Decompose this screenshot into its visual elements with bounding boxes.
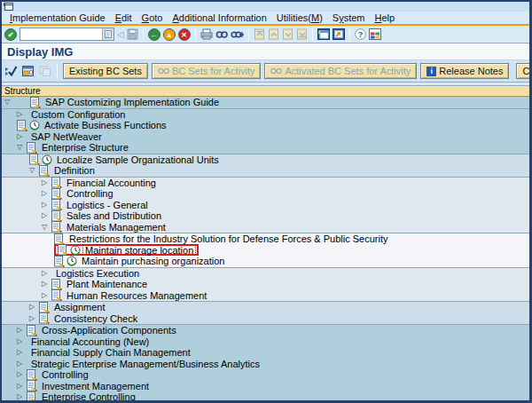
menu-item-implementation-guide[interactable]: Implementation Guide <box>7 12 113 23</box>
tree-row[interactable]: ▷Human Resources Management <box>2 290 529 303</box>
img-documentation-icon[interactable] <box>27 380 37 391</box>
tree-row[interactable]: ▽Materials Management <box>2 222 529 234</box>
tree-row[interactable]: ▷SAP NetWeaver <box>2 131 529 143</box>
tree-row[interactable]: ▷Controlling <box>2 188 529 200</box>
choose-icon[interactable] <box>4 65 18 77</box>
tree-row[interactable]: ▷Logistics Execution <box>2 268 529 280</box>
display-bc-sets-icon[interactable] <box>21 65 35 77</box>
tree-row-label[interactable]: Materials Management <box>65 222 168 233</box>
tree-row-label[interactable]: Enterprise Structure <box>40 142 130 153</box>
expand-arrow-icon[interactable]: ▷ <box>17 359 27 369</box>
tree-row-label[interactable]: Restrictions for the Industry Solution f… <box>67 233 390 244</box>
tree-row-label[interactable]: Investment Management <box>40 381 151 391</box>
tree-row-label[interactable]: Cross-Application Components <box>40 325 178 336</box>
expand-arrow-icon[interactable]: ▷ <box>17 336 27 347</box>
tree-row-label[interactable]: Financial Accounting (New) <box>29 336 151 347</box>
expand-arrow-icon[interactable]: ▷ <box>42 279 51 289</box>
menu-item-goto[interactable]: Goto <box>139 12 170 23</box>
img-documentation-icon[interactable] <box>29 154 40 165</box>
tree-row[interactable]: ▷Plant Maintenance <box>2 279 529 290</box>
img-documentation-icon[interactable] <box>51 210 62 222</box>
img-activity-clock-icon[interactable] <box>29 120 40 130</box>
menu-item-edit[interactable]: Edit <box>113 12 139 23</box>
tree-row-label[interactable]: Logistics Execution <box>54 268 141 279</box>
img-documentation-icon[interactable] <box>39 302 50 313</box>
img-documentation-icon[interactable] <box>58 244 68 256</box>
tree-row[interactable]: Maintain storage location <box>2 245 529 257</box>
tree-row[interactable]: Maintain purchasing organization <box>2 256 529 268</box>
img-documentation-icon[interactable] <box>17 120 27 131</box>
expand-arrow-icon[interactable]: ▷ <box>42 200 51 210</box>
tree-row[interactable]: Localize Sample Organizational Units <box>2 154 529 166</box>
tree-row-label[interactable]: Financial Supply Chain Management <box>29 347 192 358</box>
expand-arrow-icon[interactable]: ▷ <box>42 178 51 188</box>
img-documentation-icon[interactable] <box>39 312 50 324</box>
expand-arrow-icon[interactable]: ▷ <box>42 290 51 301</box>
img-activity-clock-icon[interactable] <box>70 245 81 256</box>
enter-button[interactable]: ✔ <box>4 28 17 41</box>
expand-arrow-icon[interactable]: ▷ <box>29 313 39 324</box>
print-icon[interactable] <box>200 28 213 40</box>
expand-arrow-icon[interactable]: ▷ <box>42 210 51 221</box>
customize-layout-icon[interactable] <box>369 28 381 40</box>
img-documentation-icon[interactable] <box>51 221 62 233</box>
menu-item-system[interactable]: System <box>330 12 372 23</box>
release-notes-button[interactable]: iRelease Notes <box>420 63 509 79</box>
tree-row[interactable]: ▷Controlling <box>2 369 529 381</box>
tree-row[interactable]: Restrictions for the Industry Solution f… <box>2 233 529 245</box>
collapse-arrow-icon[interactable]: ▽ <box>17 142 27 153</box>
tree-row-label[interactable]: Enterprise Controlling <box>40 391 137 400</box>
tree-row[interactable]: ▽SAP Customizing Implementation Guide <box>2 97 529 109</box>
tree-row[interactable]: ▷Consistency Check <box>2 313 529 326</box>
existing-bc-sets-button[interactable]: Existing BC Sets <box>63 63 148 79</box>
expand-arrow-icon[interactable]: ▷ <box>17 109 27 120</box>
tree-row-label[interactable]: Maintain storage location <box>83 245 195 256</box>
find-next-icon[interactable] <box>231 29 244 40</box>
tree-row-label[interactable]: Localize Sample Organizational Units <box>55 154 221 165</box>
expand-arrow-icon[interactable]: ▷ <box>17 391 27 400</box>
tree-row-label[interactable]: Controlling <box>40 369 90 380</box>
expand-arrow-icon[interactable]: ▷ <box>42 188 51 199</box>
tree-row-label[interactable]: Human Resources Management <box>65 290 208 301</box>
system-menu-icon[interactable] <box>4 3 13 11</box>
tree-row[interactable]: ▷Financial Supply Chain Management <box>2 347 529 359</box>
exit-button[interactable]: ▲ <box>163 28 176 41</box>
tree-row[interactable]: ▷Custom Configuration <box>2 109 529 121</box>
command-history-dropdown[interactable] <box>102 28 113 40</box>
tree-row[interactable]: ▷Investment Management <box>2 381 529 392</box>
img-documentation-icon[interactable] <box>27 369 37 381</box>
back-button[interactable]: ← <box>148 28 160 41</box>
expand-arrow-icon[interactable]: ▷ <box>17 347 27 358</box>
tree-row-label[interactable]: Activate Business Functions <box>43 120 168 130</box>
tree-row[interactable]: ▽Enterprise Structure <box>2 142 529 154</box>
command-field[interactable] <box>20 28 102 40</box>
tree-row[interactable]: ▷Logistics - General <box>2 200 529 211</box>
img-documentation-icon[interactable] <box>51 188 62 200</box>
tree-row-label[interactable]: Sales and Distribution <box>65 210 163 221</box>
img-documentation-icon[interactable] <box>54 233 65 245</box>
tree-row[interactable]: ▷Cross-Application Components <box>2 325 529 336</box>
help-icon[interactable]: ? <box>355 28 366 40</box>
expand-arrow-icon[interactable]: ▷ <box>17 369 27 380</box>
menu-item-help[interactable]: Help <box>372 12 403 23</box>
tree-row[interactable]: ▷Strategic Enterprise Management/Busines… <box>2 359 529 370</box>
img-documentation-icon[interactable] <box>30 97 41 108</box>
img-documentation-icon[interactable] <box>51 199 62 210</box>
tree-row-label[interactable]: SAP NetWeaver <box>29 131 104 142</box>
collapse-arrow-icon[interactable]: ▽ <box>42 222 51 233</box>
img-documentation-icon[interactable] <box>27 391 37 400</box>
tree-row-label[interactable]: Logistics - General <box>65 200 150 210</box>
img-documentation-icon[interactable] <box>39 165 50 177</box>
tree-row-label[interactable]: Financial Accounting <box>65 178 158 188</box>
expand-arrow-icon[interactable]: ▷ <box>42 268 51 279</box>
img-activity-clock-icon[interactable] <box>66 256 77 266</box>
tree-row-label[interactable]: Consistency Check <box>52 313 139 324</box>
tree-row[interactable]: ▷Enterprise Controlling <box>2 391 529 400</box>
tree-row[interactable]: ▷Financial Accounting (New) <box>2 336 529 348</box>
tree-row-label[interactable]: Maintain purchasing organization <box>80 256 226 266</box>
new-session-icon[interactable] <box>317 28 330 40</box>
tree-row[interactable]: ▷Financial Accounting <box>2 178 529 189</box>
img-documentation-icon[interactable] <box>51 279 62 290</box>
collapse-arrow-icon[interactable]: ▽ <box>4 97 14 107</box>
expand-arrow-icon[interactable]: ▷ <box>17 381 27 391</box>
